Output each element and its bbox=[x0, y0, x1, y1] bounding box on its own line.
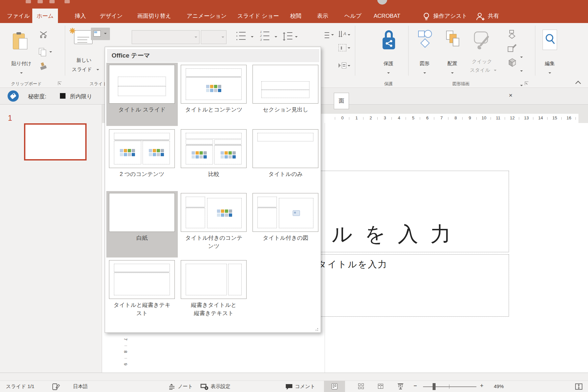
layout-option-title-only[interactable]: タイトルのみ bbox=[250, 127, 321, 190]
menu-tab-file[interactable]: ファイル bbox=[3, 9, 34, 23]
quick-access-icon[interactable] bbox=[65, 0, 70, 3]
new-slide-dropdown-arrow[interactable] bbox=[96, 69, 99, 72]
reading-view-button[interactable] bbox=[378, 383, 384, 389]
format-painter-button[interactable] bbox=[38, 61, 49, 72]
slide-show-button[interactable] bbox=[398, 383, 404, 389]
quick-styles-dropdown-arrow bbox=[494, 70, 496, 72]
share-person-icon[interactable] bbox=[476, 12, 485, 21]
zoom-slider-track[interactable] bbox=[423, 386, 476, 387]
quick-access-icon[interactable] bbox=[38, 0, 43, 3]
layout-option-two-content[interactable]: 2 つのコンテンツ bbox=[106, 127, 178, 190]
h-ruler-number: 9 bbox=[466, 115, 473, 120]
slide-thumbnail[interactable] bbox=[24, 123, 87, 160]
numbering-dropdown-arrow[interactable] bbox=[275, 36, 277, 39]
edit-dropdown-arrow[interactable] bbox=[548, 72, 551, 75]
menu-tab-7[interactable]: 校閲 bbox=[286, 9, 306, 23]
font-size-combobox[interactable] bbox=[201, 30, 227, 44]
edit-button[interactable]: 編集 bbox=[536, 28, 564, 78]
copy-button[interactable] bbox=[39, 48, 52, 57]
partially-hidden-ribbon-icon[interactable] bbox=[325, 31, 331, 40]
content-icons bbox=[120, 149, 135, 156]
shape-effects-dropdown-arrow[interactable] bbox=[520, 85, 523, 87]
gallery-theme-header: Office テーマ bbox=[107, 49, 319, 62]
copy-dropdown-arrow[interactable] bbox=[49, 51, 52, 54]
shape-effects-button[interactable] bbox=[507, 57, 517, 67]
layout-option-content-caption[interactable]: タイトル付きのコンテンツ bbox=[178, 191, 250, 257]
h-ruler-number: 11 bbox=[494, 115, 502, 120]
tell-me-label[interactable]: 操作アシスト bbox=[433, 9, 468, 23]
fit-to-window-icon[interactable] bbox=[575, 383, 583, 390]
quick-access-icon[interactable] bbox=[26, 0, 31, 3]
display-settings-button[interactable]: 表示設定 bbox=[211, 383, 230, 390]
zoom-slider-thumb[interactable] bbox=[433, 383, 436, 390]
menu-tab-2[interactable]: 挿入 bbox=[70, 9, 90, 23]
line-spacing-button[interactable] bbox=[282, 31, 294, 43]
align-text-button[interactable] bbox=[338, 44, 347, 53]
layout-option-label: タイトルのみ bbox=[250, 170, 321, 178]
layout-option-vertical-title-text[interactable]: 縦書きタイトルと縦書きテキスト bbox=[178, 258, 250, 325]
protect-dropdown-arrow[interactable] bbox=[387, 72, 390, 75]
arrange-button[interactable]: 配置 bbox=[439, 28, 466, 78]
font-name-combobox[interactable] bbox=[132, 30, 200, 44]
normal-view-button[interactable] bbox=[332, 383, 337, 389]
protect-button[interactable]: 保護 bbox=[372, 28, 405, 78]
vertical-ruler[interactable]: 789 bbox=[115, 333, 140, 373]
quick-styles-button[interactable]: クイック スタイル bbox=[466, 28, 498, 78]
line-spacing-dropdown-arrow[interactable] bbox=[295, 36, 298, 39]
clipboard-dialog-launcher[interactable] bbox=[58, 82, 62, 85]
menu-tab-5[interactable]: アニメーション bbox=[182, 9, 231, 23]
zoom-in-button[interactable]: + bbox=[480, 382, 484, 389]
sensitivity-close-icon[interactable]: × bbox=[506, 92, 515, 99]
notes-button[interactable]: ノート bbox=[178, 383, 193, 390]
menu-tab-9[interactable]: ヘルプ bbox=[340, 9, 366, 23]
zoom-out-button[interactable]: − bbox=[414, 382, 417, 389]
partially-hidden-button[interactable]: 面 bbox=[334, 93, 349, 109]
text-direction-button[interactable]: A bbox=[338, 31, 347, 39]
menu-tab-8[interactable]: 表示 bbox=[313, 9, 333, 23]
zoom-level[interactable]: 49% bbox=[494, 383, 504, 389]
comments-button[interactable]: コメント bbox=[295, 383, 315, 390]
bullets-dropdown-arrow[interactable] bbox=[251, 36, 254, 39]
gallery-resize-grip[interactable] bbox=[313, 326, 318, 331]
bullets-button[interactable] bbox=[236, 31, 250, 43]
layout-option-blank[interactable]: 白紙 bbox=[106, 191, 178, 257]
shapes-button[interactable]: 図形 bbox=[411, 28, 439, 78]
tell-me-bulb-icon[interactable] bbox=[422, 12, 430, 21]
layout-option-title-vertical-text[interactable]: タイトルと縦書きテキスト bbox=[106, 258, 178, 325]
text-direction-dropdown-arrow[interactable] bbox=[348, 34, 350, 37]
arrange-dropdown-arrow[interactable] bbox=[451, 72, 454, 75]
shape-fill-button[interactable] bbox=[507, 30, 517, 39]
shape-outline-button[interactable] bbox=[507, 43, 517, 53]
paste-button[interactable]: 貼り付け bbox=[5, 29, 38, 78]
layout-option-picture-caption[interactable]: タイトル付きの図 bbox=[250, 191, 321, 257]
collapse-ribbon-chevron-icon[interactable] bbox=[575, 81, 581, 86]
accessibility-check-icon[interactable] bbox=[52, 383, 60, 390]
shape-fill-dropdown-arrow[interactable] bbox=[520, 57, 523, 59]
menu-tab-1[interactable]: ホーム bbox=[32, 9, 58, 23]
smartart-dropdown-arrow[interactable] bbox=[348, 65, 350, 68]
drawing-dialog-launcher[interactable] bbox=[525, 82, 528, 85]
align-text-dropdown-arrow[interactable] bbox=[348, 47, 350, 50]
numbering-button[interactable]: 1 2 3 bbox=[260, 31, 273, 43]
slide-layout-button[interactable] bbox=[91, 28, 110, 40]
convert-to-smartart-button[interactable] bbox=[338, 62, 347, 70]
menu-tab-3[interactable]: デザイン bbox=[95, 9, 127, 23]
language-indicator[interactable]: 日本語 bbox=[73, 383, 88, 390]
horizontal-ruler[interactable]: 012345678910111213141516 bbox=[321, 114, 578, 123]
slide-sorter-view-button[interactable] bbox=[358, 383, 364, 389]
menu-tab-4[interactable]: 画面切り替え bbox=[133, 9, 175, 23]
shapes-dropdown-arrow[interactable] bbox=[423, 72, 426, 75]
shape-outline-dropdown-arrow[interactable] bbox=[520, 70, 523, 73]
share-button[interactable]: 共有 bbox=[488, 9, 499, 23]
hidden-icon-dropdown-arrow[interactable] bbox=[331, 34, 334, 37]
paste-dropdown-arrow[interactable] bbox=[20, 72, 23, 75]
layout-option-title-slide[interactable]: タイトル スライド bbox=[106, 63, 178, 126]
layout-option-section-header[interactable]: セクション見出し bbox=[250, 63, 321, 126]
layout-option-comparison[interactable]: 比較 bbox=[178, 127, 250, 190]
menu-tab-6[interactable]: スライド ショー bbox=[233, 9, 283, 23]
user-avatar[interactable] bbox=[377, 0, 387, 5]
layout-option-title-content[interactable]: タイトルとコンテンツ bbox=[178, 63, 250, 126]
menu-tab-10[interactable]: ACROBAT bbox=[369, 9, 405, 23]
cut-button[interactable] bbox=[40, 30, 49, 39]
quick-access-icon[interactable] bbox=[49, 0, 55, 3]
